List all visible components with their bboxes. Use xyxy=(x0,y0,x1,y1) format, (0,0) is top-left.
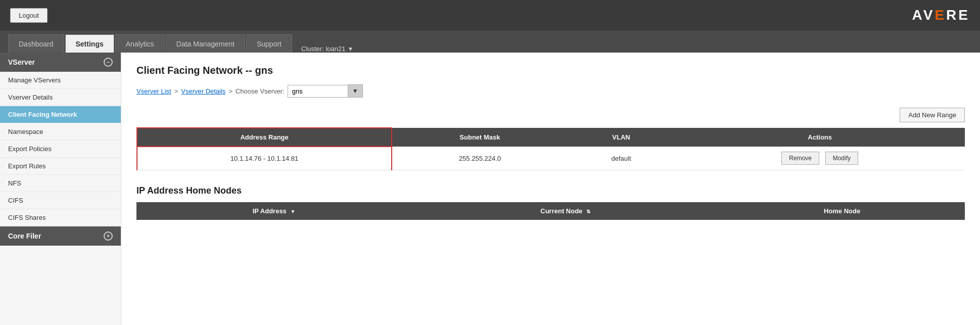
tab-support[interactable]: Support xyxy=(246,34,292,53)
avere-logo: AVERE xyxy=(912,7,970,23)
sidebar: VServer − Manage VServers Vserver Detail… xyxy=(0,53,121,325)
sidebar-item-client-facing-network[interactable]: Client Facing Network xyxy=(0,106,121,123)
top-bar: Logout AVERE xyxy=(0,0,980,30)
ip-address-home-nodes-table: IP Address ▼ Current Node ⇅ Home Node xyxy=(136,202,965,220)
sidebar-item-vserver-details[interactable]: Vserver Details xyxy=(0,89,121,106)
sidebar-section-vserver: VServer − xyxy=(0,53,121,72)
col-header-home-node: Home Node xyxy=(719,202,965,220)
cell-address-range: 10.1.14.76 - 10.1.14.81 xyxy=(137,147,392,170)
cell-actions: Remove Modify xyxy=(675,147,965,170)
cell-vlan: default xyxy=(568,147,675,170)
ip-address-home-nodes-title: IP Address Home Nodes xyxy=(136,185,965,196)
vserver-select[interactable]: gns xyxy=(288,85,348,98)
sidebar-item-export-policies[interactable]: Export Policies xyxy=(0,141,121,158)
modify-button[interactable]: Modify xyxy=(825,152,858,165)
breadcrumb-vserver-list[interactable]: Vserver List xyxy=(136,87,171,95)
top-bar-left: Logout xyxy=(10,8,48,23)
col-header-vlan: VLAN xyxy=(568,128,675,147)
col-header-current-node: Current Node ⇅ xyxy=(411,202,719,220)
vserver-select-arrow[interactable]: ▼ xyxy=(348,84,363,98)
sidebar-item-manage-vservers[interactable]: Manage VServers xyxy=(0,72,121,89)
breadcrumb-sep2: > xyxy=(228,87,232,95)
main-layout: VServer − Manage VServers Vserver Detail… xyxy=(0,53,980,325)
breadcrumb-choose-label: Choose Vserver: xyxy=(236,87,285,95)
cluster-dropdown-arrow[interactable]: ▼ xyxy=(347,45,353,53)
logout-button[interactable]: Logout xyxy=(10,8,48,23)
tab-analytics[interactable]: Analytics xyxy=(115,34,165,53)
col-header-subnet-mask: Subnet Mask xyxy=(392,128,568,147)
cluster-selector[interactable]: Cluster: loan21 ▼ xyxy=(301,45,353,53)
vserver-select-wrapper: gns ▼ xyxy=(288,84,363,98)
sidebar-section-vserver-collapse[interactable]: − xyxy=(104,58,113,67)
cell-subnet-mask: 255.255.224.0 xyxy=(392,147,568,170)
ip-sort-icon[interactable]: ▼ xyxy=(290,209,295,214)
add-new-range-button[interactable]: Add New Range xyxy=(900,108,965,122)
col-header-actions: Actions xyxy=(675,128,965,147)
sidebar-item-export-rules[interactable]: Export Rules xyxy=(0,158,121,175)
sidebar-section-core-filer: Core Filer + xyxy=(0,226,121,246)
sidebar-section-core-filer-expand[interactable]: + xyxy=(104,231,113,241)
logo-av: AV xyxy=(912,7,935,23)
col-header-ip-address: IP Address ▼ xyxy=(136,202,411,220)
tab-dashboard[interactable]: Dashboard xyxy=(8,34,64,53)
cluster-label: Cluster: loan21 xyxy=(301,45,345,53)
address-range-table: Address Range Subnet Mask VLAN Actions 1… xyxy=(136,127,965,170)
sidebar-item-nfs[interactable]: NFS xyxy=(0,175,121,192)
remove-button[interactable]: Remove xyxy=(781,152,819,165)
sidebar-section-core-filer-label: Core Filer xyxy=(8,232,41,240)
logo-re: RE xyxy=(946,7,970,23)
breadcrumb-sep1: > xyxy=(174,87,178,95)
col-header-address-range: Address Range xyxy=(137,128,392,147)
logo-e: E xyxy=(935,7,946,23)
nav-tabs: Dashboard Settings Analytics Data Manage… xyxy=(0,30,980,53)
sidebar-item-namespace[interactable]: Namespace xyxy=(0,123,121,141)
breadcrumb: Vserver List > Vserver Details > Choose … xyxy=(136,84,965,98)
breadcrumb-vserver-details[interactable]: Vserver Details xyxy=(181,87,225,95)
sidebar-item-cifs-shares[interactable]: CIFS Shares xyxy=(0,209,121,226)
page-title: Client Facing Network -- gns xyxy=(136,65,965,76)
sidebar-item-cifs[interactable]: CIFS xyxy=(0,192,121,209)
tab-settings[interactable]: Settings xyxy=(65,34,114,53)
table-row: 10.1.14.76 - 10.1.14.81 255.255.224.0 de… xyxy=(137,147,965,170)
tab-data-management[interactable]: Data Management xyxy=(166,34,245,53)
add-new-range-row: Add New Range xyxy=(136,108,965,122)
sidebar-section-vserver-label: VServer xyxy=(8,58,35,66)
content-area: Client Facing Network -- gns Vserver Lis… xyxy=(121,53,980,325)
current-node-sort-icon[interactable]: ⇅ xyxy=(586,209,590,214)
